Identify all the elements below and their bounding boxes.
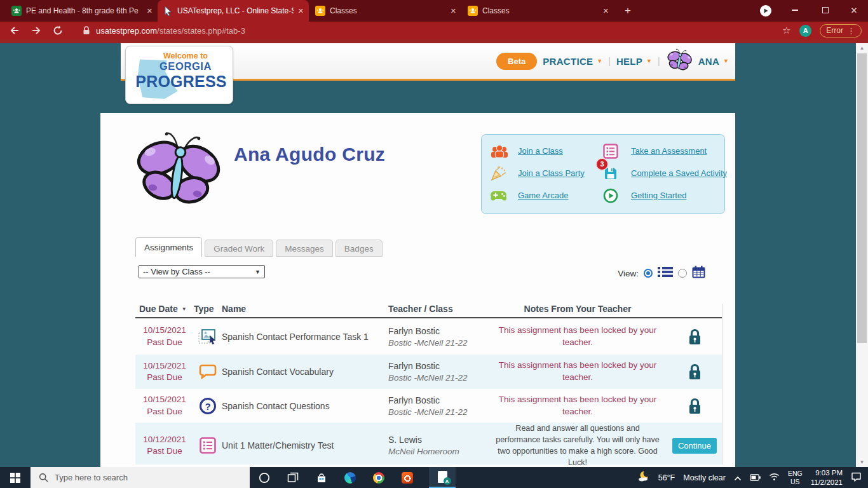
tab-close-icon[interactable]: ✕ [451, 7, 456, 15]
table-header-row: Due Date ▼ Type Name Teacher / Class Not… [135, 304, 722, 318]
tab-graded-work[interactable]: Graded Work [205, 240, 273, 257]
address-bar[interactable]: usatestprep.com/states/states.php#tab-3 [96, 26, 245, 36]
column-header-teacher: Teacher / Class [388, 304, 489, 314]
nav-help[interactable]: HELP [616, 56, 642, 67]
class-name: Bostic -McNeil 21-22 [388, 407, 489, 417]
lock-icon [667, 397, 722, 415]
tab-title: Classes [482, 6, 599, 15]
nav-user-menu[interactable]: ANA [698, 56, 719, 67]
browser-tab-usatestprep[interactable]: USATestprep, LLC - Online State-S ✕ [158, 0, 309, 22]
reload-button[interactable] [52, 25, 64, 36]
table-row: 10/12/2021 Past Due Unit 1 Matter/Chemis… [135, 423, 722, 464]
weather-desc[interactable]: Mostly clear [683, 473, 726, 482]
speech-bubble-icon [194, 363, 222, 380]
tab-close-icon[interactable]: ✕ [603, 7, 609, 15]
taskbar-search[interactable] [31, 467, 250, 488]
language-indicator[interactable]: ENG US [788, 470, 803, 485]
beta-button[interactable]: Beta [496, 53, 537, 70]
edge-icon[interactable] [336, 467, 364, 488]
https-lock-icon[interactable] [83, 26, 90, 35]
url-domain: usatestprep.com [96, 26, 157, 36]
browser-tab-classes-1[interactable]: Classes ✕ [310, 0, 461, 22]
nav-separator: | [658, 56, 660, 66]
weather-icon[interactable] [637, 470, 650, 485]
clock[interactable]: 9:03 PM 11/2/2021 [811, 468, 843, 487]
weather-temp[interactable]: 56°F [658, 473, 675, 482]
student-name: Ana Agudo Cruz [234, 144, 385, 165]
tab-title: PE and Health - 8th grade 6th Pe [26, 6, 142, 15]
due-date: 10/15/2021 [135, 394, 194, 405]
scrollbar-thumb[interactable] [857, 53, 867, 343]
search-icon [39, 473, 48, 482]
start-button[interactable] [0, 467, 31, 488]
party-popper-icon [490, 165, 518, 182]
quick-link-take-assessment[interactable]: Take an Assessment [603, 140, 727, 162]
student-butterfly-avatar [126, 122, 230, 218]
task-view-button[interactable] [278, 467, 307, 488]
page-scrollbar[interactable]: ▲ ▼ [856, 43, 868, 467]
due-date: 10/12/2021 [135, 434, 194, 445]
column-header-name: Name [222, 304, 388, 314]
due-status: Past Due [135, 372, 194, 383]
list-view-radio[interactable] [644, 269, 653, 278]
tab-messages[interactable]: Messages [276, 240, 333, 257]
column-header-due-date[interactable]: Due Date ▼ [135, 304, 194, 314]
notification-center-icon[interactable] [851, 471, 862, 484]
site-nav: Beta PRACTICE ▼ | HELP ▼ | ANA ▼ [496, 43, 729, 79]
quick-link-getting-started[interactable]: Getting Started [603, 184, 727, 207]
main-content: Ana Agudo Cruz Join a Class Take an Asse… [100, 113, 735, 467]
chevron-down-icon: ▼ [723, 58, 729, 64]
list-view-icon[interactable] [658, 266, 673, 280]
view-by-class-select[interactable]: -- View by Class -- ▼ [139, 265, 265, 278]
bookmark-star-icon[interactable]: ☆ [782, 25, 790, 36]
microsoft-store-icon[interactable] [307, 467, 336, 488]
active-app-button[interactable]: A [429, 467, 456, 488]
new-tab-button[interactable]: + [621, 4, 634, 17]
people-icon [490, 144, 518, 158]
continue-button[interactable]: Continue [672, 438, 717, 454]
scroll-up-icon[interactable]: ▲ [856, 45, 868, 51]
office-icon[interactable] [393, 467, 421, 488]
play-circle-icon [603, 188, 631, 203]
cortana-button[interactable] [250, 467, 278, 488]
minimize-icon [792, 10, 798, 11]
battery-icon[interactable] [750, 472, 761, 484]
assignment-name: Spanish Contact Questions [222, 401, 388, 411]
view-label: View: [618, 269, 639, 278]
tab-close-icon[interactable]: ✕ [298, 7, 304, 15]
quick-link-game-arcade[interactable]: Game Arcade [490, 184, 603, 207]
tab-title: Classes [330, 6, 446, 15]
calendar-view-icon[interactable] [692, 266, 705, 281]
forward-button[interactable] [31, 25, 42, 36]
calendar-view-radio[interactable] [678, 269, 687, 278]
due-status: Past Due [135, 337, 194, 348]
tab-close-icon[interactable]: ✕ [147, 7, 153, 15]
tab-badges[interactable]: Badges [336, 240, 383, 257]
nav-practice[interactable]: PRACTICE [543, 56, 593, 67]
browser-error-menu-button[interactable]: Error ⋮ [820, 24, 862, 37]
media-controls-button[interactable] [760, 5, 771, 17]
taskbar-search-input[interactable] [55, 473, 220, 482]
quick-link-join-class[interactable]: Join a Class [490, 140, 603, 162]
browser-tab-classes-2[interactable]: Classes ✕ [463, 0, 614, 22]
tab-assignments[interactable]: Assignments [135, 237, 202, 257]
quick-link-saved-activity[interactable]: 3 Complete a Saved Activity [603, 162, 727, 184]
georgia-progress-logo[interactable]: Welcome to GEORGIA PROGRESS [125, 46, 233, 104]
window-maximize-button[interactable] [811, 0, 840, 20]
tray-chevron-up-icon[interactable] [734, 472, 742, 484]
quick-link-join-class-party[interactable]: Join a Class Party [490, 162, 603, 184]
scroll-down-icon[interactable]: ▼ [856, 459, 868, 465]
back-button[interactable] [9, 25, 20, 36]
column-header-notes: Notes From Your Teacher [489, 304, 667, 314]
wifi-icon[interactable] [769, 472, 780, 484]
window-minimize-button[interactable] [780, 0, 810, 20]
lock-icon [667, 328, 722, 346]
browser-profile-avatar[interactable]: A [799, 25, 811, 37]
table-row: 10/15/2021 Past Due ? Spanish Contact Qu… [135, 389, 722, 423]
classroom-green-icon [11, 6, 22, 16]
chrome-icon[interactable] [364, 467, 393, 488]
teacher-name: Farlyn Bostic [388, 361, 489, 371]
browser-tab-pe-health[interactable]: PE and Health - 8th grade 6th Pe ✕ [6, 0, 158, 22]
window-close-button[interactable]: ✕ [840, 0, 868, 20]
saved-activity-count-badge: 3 [597, 159, 607, 170]
